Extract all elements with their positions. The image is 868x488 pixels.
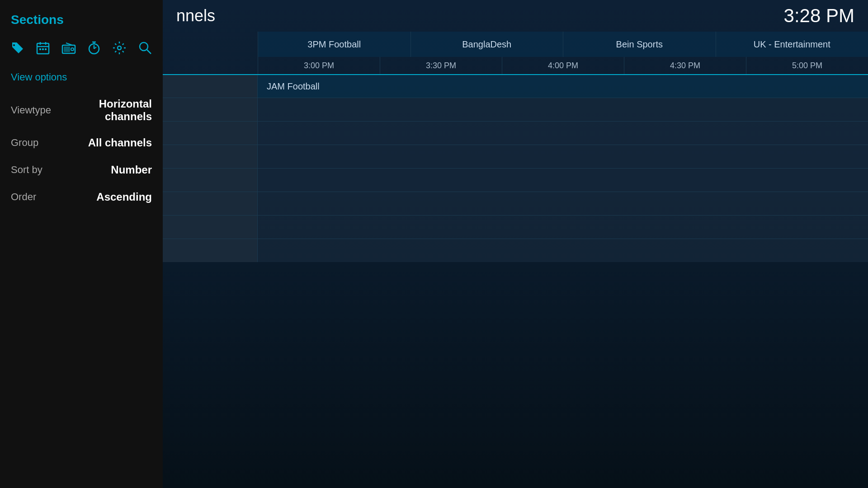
grid-row-7 [163,239,868,262]
svg-point-16 [118,46,121,50]
top-bar: nnels 3:28 PM [163,0,868,32]
page-title: nnels [176,6,215,25]
channel-header-spacer [163,32,258,57]
clock: 3:28 PM [784,5,854,27]
svg-rect-6 [45,48,47,50]
sortby-option[interactable]: Sort by Number [0,156,163,183]
bottom-area [163,262,868,488]
order-option[interactable]: Order Ascending [0,183,163,211]
time-row-spacer [163,57,258,74]
grid-row-5 [163,192,868,215]
settings-icon[interactable] [111,38,128,58]
tag-icon[interactable] [9,38,26,58]
grid-row-3 [163,145,868,168]
channel-headers: 3PM Football BanglaDesh Bein Sports UK -… [163,32,868,57]
sortby-key: Sort by [11,164,111,176]
timer-icon[interactable] [85,38,103,58]
time-cell-0: 3:00 PM [258,57,380,74]
grid-row-label-4 [163,169,258,192]
grid-row-4 [163,168,868,192]
grid-row-content-6 [258,216,868,239]
grid-row-0: JAM Football [163,74,868,98]
grid-row-1 [163,98,868,121]
grid-row-6 [163,215,868,239]
grid-row-2 [163,121,868,145]
grid-row-label-6 [163,216,258,239]
group-value: All channels [88,136,152,149]
channel-tab-3[interactable]: UK - Entertainment [716,32,868,57]
viewtype-value: Horizontal channels [51,98,152,123]
grid-row-content-5 [258,192,868,215]
svg-point-9 [71,48,74,51]
time-cell-1: 3:30 PM [380,57,502,74]
sidebar-title: Sections [0,0,163,34]
main-content: nnels 3:28 PM 3PM Football BanglaDesh Be… [163,0,868,488]
grid-row-label-3 [163,145,258,168]
viewtype-option[interactable]: Viewtype Horizontal channels [0,91,163,129]
svg-point-17 [140,42,148,51]
viewtype-key: Viewtype [11,104,51,116]
time-cell-3: 4:30 PM [624,57,746,74]
time-row: 3:00 PM 3:30 PM 4:00 PM 4:30 PM 5:00 PM [163,57,868,74]
svg-rect-8 [64,47,70,52]
grid-row-content-7 [258,239,868,262]
group-option[interactable]: Group All channels [0,129,163,156]
grid-row-label-7 [163,239,258,262]
svg-line-18 [147,50,151,54]
sidebar-icons [0,34,163,67]
grid-row-content-4 [258,169,868,192]
search-icon[interactable] [137,38,154,58]
radio-icon[interactable] [60,38,77,58]
calendar-icon[interactable] [34,38,52,58]
jam-football-label: JAM Football [258,81,320,92]
grid-row-label-1 [163,98,258,121]
sidebar: Sections [0,0,163,488]
svg-rect-5 [42,48,44,50]
svg-rect-4 [39,48,41,50]
channel-tab-0[interactable]: 3PM Football [258,32,410,57]
order-value: Ascending [96,191,152,203]
order-key: Order [11,191,96,203]
grid-row-label-0 [163,75,258,98]
grid-row-content-2 [258,122,868,145]
sortby-value: Number [111,164,152,176]
group-key: Group [11,137,88,149]
channel-tab-1[interactable]: BanglaDesh [410,32,563,57]
grid-row-label-2 [163,122,258,145]
grid-row-content-0: JAM Football [258,75,868,98]
channel-tab-2[interactable]: Bein Sports [563,32,716,57]
time-cell-4: 5:00 PM [746,57,868,74]
view-options-label: View options [0,67,163,91]
grid-row-label-5 [163,192,258,215]
grid-row-content-1 [258,98,868,121]
time-cell-2: 4:00 PM [502,57,624,74]
grid-area: JAM Football [163,74,868,262]
grid-row-content-3 [258,145,868,168]
